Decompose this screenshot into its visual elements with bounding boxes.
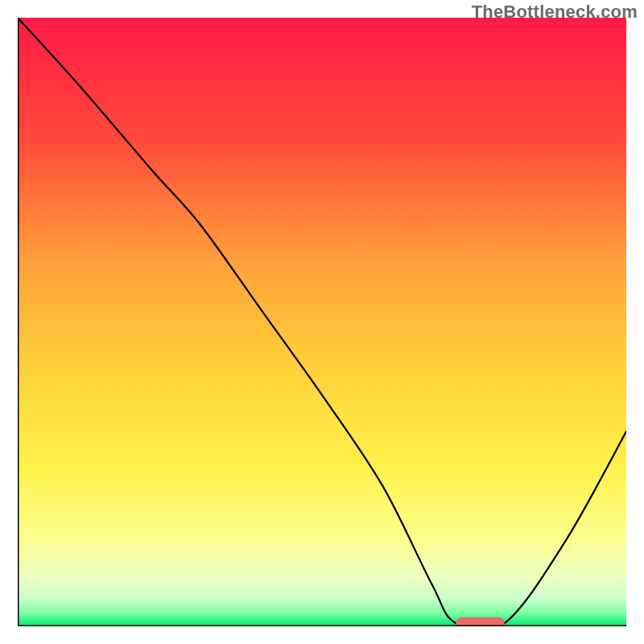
optimal-range-marker [456,617,504,626]
plot-svg [18,18,626,626]
watermark-text: TheBottleneck.com [472,2,638,23]
plot-area [18,18,626,626]
chart-canvas: TheBottleneck.com [0,0,644,644]
plot-background [18,18,626,626]
